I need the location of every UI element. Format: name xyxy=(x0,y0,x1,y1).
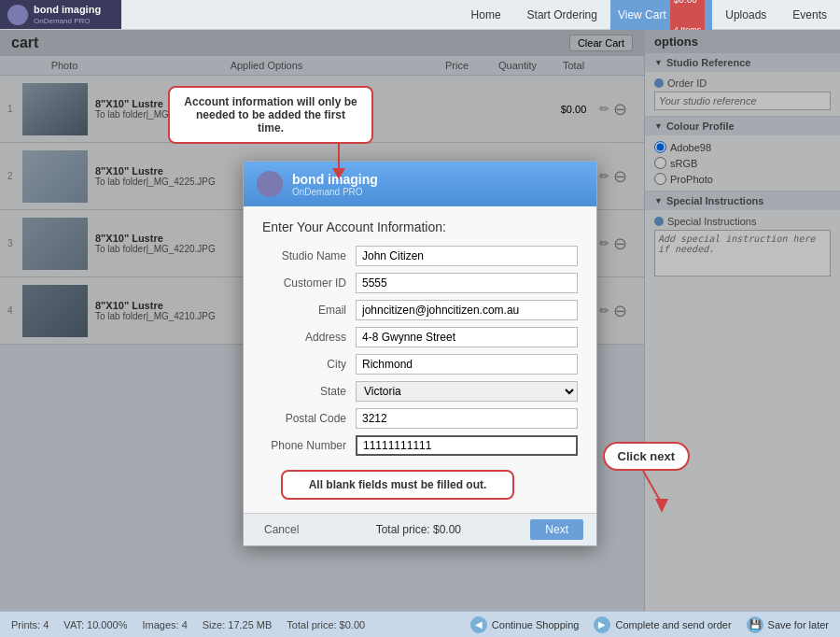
state-label: State xyxy=(262,385,356,398)
nav-start-ordering[interactable]: Start Ordering xyxy=(514,0,610,30)
modal-overlay: Account information will only be needed … xyxy=(0,30,840,611)
modal-total-price: Total price: $0.00 xyxy=(306,523,530,536)
city-label: City xyxy=(262,358,356,371)
save-later-icon: 💾 xyxy=(747,616,763,633)
nav-view-cart[interactable]: View Cart $0.00 4 Items xyxy=(610,0,712,30)
size-info: Size: 17.25 MB xyxy=(203,619,273,630)
save-later-button[interactable]: 💾 Save for later xyxy=(747,616,829,633)
main-layout: cart Clear Cart Photo Applied Options Pr… xyxy=(0,30,840,611)
svg-marker-3 xyxy=(655,499,668,513)
click-next-callout: Click next xyxy=(603,442,690,471)
nav-uploads[interactable]: Uploads xyxy=(712,0,779,30)
bottom-actions: ◀ Continue Shopping ▶ Complete and send … xyxy=(470,616,829,633)
header: bond imaging OnDemand PRO Home Start Ord… xyxy=(0,0,840,30)
customer-id-label: Customer ID xyxy=(262,276,356,290)
blank-fields-callout: All blank fields must be filled out. xyxy=(281,470,514,500)
continue-shopping-icon: ◀ xyxy=(470,616,487,633)
modal-logo-circle xyxy=(257,171,283,197)
logo-circle xyxy=(7,5,28,25)
svg-line-2 xyxy=(643,471,662,503)
form-row-phone: Phone Number xyxy=(262,435,578,456)
continue-shopping-button[interactable]: ◀ Continue Shopping xyxy=(470,616,580,633)
cancel-button[interactable]: Cancel xyxy=(257,520,306,539)
click-next-arrow xyxy=(615,471,671,517)
form-row-address: Address xyxy=(262,327,578,347)
bottom-info: Prints: 4 VAT: 10.000% Images: 4 Size: 1… xyxy=(11,619,365,630)
studio-name-label: Studio Name xyxy=(262,249,356,262)
click-next-callout-wrapper: Click next xyxy=(603,442,690,517)
logo-main-text: bond imaging xyxy=(34,4,101,16)
phone-label: Phone Number xyxy=(262,439,356,452)
phone-input[interactable] xyxy=(356,435,578,456)
form-row-email: Email xyxy=(262,300,578,320)
modal-header-sub: OnDemand PRO xyxy=(292,187,378,197)
callout-arrow-down xyxy=(325,142,353,179)
state-select[interactable]: Victoria NSW QLD SA WA TAS ACT NT xyxy=(356,381,578,402)
bottom-bar: Prints: 4 VAT: 10.000% Images: 4 Size: 1… xyxy=(0,611,840,637)
complete-order-icon: ▶ xyxy=(594,616,610,633)
customer-id-input[interactable] xyxy=(356,273,578,293)
nav-events[interactable]: Events xyxy=(779,0,840,30)
email-label: Email xyxy=(262,304,356,317)
svg-marker-1 xyxy=(332,168,345,179)
total-price: Total price: $0.00 xyxy=(287,619,365,630)
logo: bond imaging OnDemand PRO xyxy=(0,0,121,29)
postal-code-input[interactable] xyxy=(356,408,578,429)
account-modal: bond imaging OnDemand PRO Enter Your Acc… xyxy=(243,161,597,546)
next-button[interactable]: Next xyxy=(530,519,583,540)
city-input[interactable] xyxy=(356,354,578,375)
nav-home[interactable]: Home xyxy=(458,0,514,30)
modal-header: bond imaging OnDemand PRO xyxy=(244,162,596,206)
modal-footer: Cancel Total price: $0.00 Next xyxy=(244,513,596,545)
prints-count: Prints: 4 xyxy=(11,619,49,630)
form-row-state: State Victoria NSW QLD SA WA TAS ACT NT xyxy=(262,381,578,402)
account-info-callout: Account information will only be needed … xyxy=(168,86,373,144)
logo-sub-text: OnDemand PRO xyxy=(34,17,101,25)
form-row-customer-id: Customer ID xyxy=(262,273,578,293)
address-label: Address xyxy=(262,331,356,344)
address-input[interactable] xyxy=(356,327,578,347)
form-row-studio-name: Studio Name xyxy=(262,246,578,266)
postal-code-label: Postal Code xyxy=(262,412,356,425)
studio-name-input[interactable] xyxy=(356,246,578,266)
complete-order-button[interactable]: ▶ Complete and send order xyxy=(594,616,731,633)
email-input[interactable] xyxy=(356,300,578,320)
modal-body: Enter Your Account Information: Studio N… xyxy=(244,206,596,513)
images-count: Images: 4 xyxy=(142,619,187,630)
form-row-city: City xyxy=(262,354,578,375)
form-row-postal: Postal Code xyxy=(262,408,578,429)
vat-info: VAT: 10.000% xyxy=(63,619,127,630)
modal-form-title: Enter Your Account Information: xyxy=(262,219,578,234)
